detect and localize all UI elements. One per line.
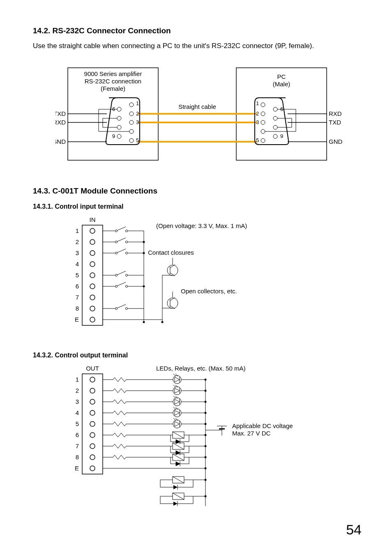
svg-point-9: [129, 138, 134, 143]
svg-point-43: [90, 228, 95, 233]
out-label: OUT: [86, 365, 99, 372]
svg-point-59: [115, 252, 118, 254]
svg-line-226: [173, 477, 184, 483]
svg-marker-159: [175, 421, 180, 426]
page: 14.2. RS-232C Connector Connection Use t…: [0, 0, 392, 555]
right-box-line1: PC: [277, 73, 286, 80]
right-pin2: 2: [256, 111, 259, 117]
svg-point-13: [117, 134, 121, 138]
svg-point-53: [126, 241, 128, 243]
svg-marker-205: [176, 462, 180, 466]
heading-14-3-1: 14.3.1. Control input terminal: [33, 203, 123, 210]
svg-line-118: [175, 374, 178, 376]
loads-label: LEDs, Relays, etc. (Max. 50 mA): [156, 365, 246, 372]
svg-point-6: [129, 112, 134, 116]
svg-point-108: [143, 321, 145, 323]
svg-point-107: [143, 286, 145, 288]
svg-point-156: [90, 421, 95, 426]
svg-point-5: [129, 103, 134, 107]
svg-point-69: [126, 274, 128, 276]
left-pin2: 2: [136, 111, 139, 117]
svg-marker-243: [173, 502, 178, 506]
svg-point-82: [90, 306, 95, 311]
svg-point-19: [273, 107, 277, 111]
svg-marker-232: [173, 485, 178, 489]
svg-point-73: [90, 284, 95, 289]
svg-point-235: [205, 479, 207, 481]
svg-text:8: 8: [76, 454, 79, 461]
svg-point-221: [205, 434, 207, 436]
open-voltage-label: (Open voltage: 3.3 V, Max. 1 mA): [156, 222, 247, 229]
svg-point-219: [205, 412, 207, 414]
svg-text:E: E: [75, 316, 79, 323]
svg-point-22: [273, 134, 277, 138]
left-pin5: 5: [136, 137, 139, 143]
svg-point-16: [261, 120, 265, 124]
svg-point-17: [261, 129, 265, 134]
right-pin1: 1: [256, 100, 259, 106]
svg-point-21: [273, 125, 277, 129]
right-pin9: 9: [280, 133, 283, 139]
svg-line-199: [173, 454, 184, 461]
svg-point-99: [167, 298, 178, 309]
svg-text:4: 4: [76, 409, 79, 416]
right-pin5: 5: [256, 137, 259, 143]
svg-point-220: [205, 423, 207, 425]
svg-point-20: [273, 116, 277, 120]
right-gnd: GND: [329, 138, 343, 145]
svg-point-217: [205, 390, 207, 392]
svg-point-134: [90, 399, 95, 404]
svg-point-181: [90, 444, 95, 449]
svg-point-93: [167, 265, 178, 276]
left-box-line1: 9000 Series amplifier: [84, 70, 142, 77]
svg-point-218: [205, 401, 207, 403]
svg-point-145: [90, 410, 95, 415]
svg-point-224: [205, 467, 207, 470]
right-pin3: 3: [256, 119, 259, 125]
svg-text:3: 3: [76, 249, 79, 256]
svg-point-10: [117, 107, 121, 111]
left-pin3: 3: [136, 119, 139, 125]
svg-point-195: [90, 455, 95, 460]
contact-closures-label: Contact closures: [148, 249, 194, 256]
left-gnd: GND: [55, 138, 66, 145]
control-output-diagram: OUT LEDs, Relays, etc. (Max. 50 mA) 1234…: [70, 362, 337, 514]
svg-line-185: [173, 443, 184, 449]
svg-marker-137: [175, 399, 180, 404]
left-box-line2: RS-232C connection: [85, 78, 141, 85]
svg-point-57: [90, 251, 95, 256]
svg-line-77: [117, 282, 126, 286]
svg-line-86: [117, 304, 126, 308]
svg-point-8: [129, 129, 134, 134]
svg-line-70: [117, 271, 126, 275]
svg-point-167: [90, 433, 95, 438]
right-rxd: RXD: [329, 110, 342, 117]
left-txd: TXD: [55, 110, 66, 117]
straight-cable-label: Straight cable: [178, 103, 216, 110]
heading-14-2: 14.2. RS-232C Connector Connection: [33, 26, 171, 35]
svg-line-47: [117, 227, 126, 230]
svg-point-84: [115, 308, 118, 310]
svg-text:8: 8: [76, 305, 79, 312]
svg-line-129: [175, 385, 178, 387]
svg-point-246: [205, 495, 207, 497]
svg-point-76: [126, 286, 128, 288]
svg-rect-110: [82, 374, 103, 474]
svg-point-66: [90, 273, 95, 278]
svg-text:7: 7: [76, 442, 79, 449]
svg-line-171: [173, 432, 184, 438]
svg-point-64: [90, 262, 95, 267]
svg-point-222: [205, 445, 207, 447]
control-input-diagram: IN 12345678E (Open voltage: 3.3 V, Max. …: [70, 214, 300, 329]
svg-marker-126: [175, 388, 180, 393]
voltage-label-2: Max. 27 V DC: [232, 430, 271, 437]
left-rxd: RXD: [55, 119, 66, 126]
svg-point-14: [261, 103, 265, 107]
svg-line-61: [117, 249, 126, 253]
svg-point-106: [143, 252, 145, 254]
right-box-line2: (Male): [273, 81, 291, 88]
svg-text:2: 2: [76, 238, 79, 245]
svg-marker-115: [175, 377, 180, 382]
svg-point-15: [261, 112, 265, 116]
svg-line-140: [175, 396, 178, 398]
